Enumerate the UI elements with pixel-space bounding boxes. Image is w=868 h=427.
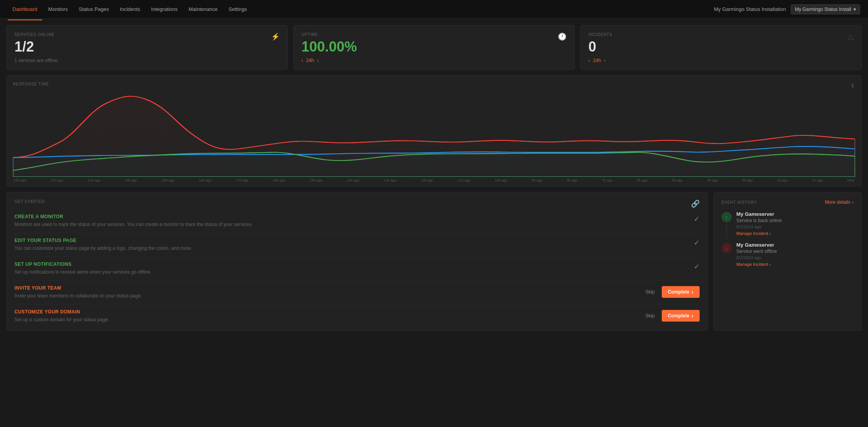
x-label-16: 7h ago — [602, 178, 613, 182]
gs-create-monitor-title: CREATE A MONITOR — [14, 214, 690, 219]
x-label-21: 2h ago — [777, 178, 788, 182]
manage-arrow-icon-1: › — [769, 262, 771, 267]
gs-item-create-monitor: CREATE A MONITOR Monitors are used to tr… — [14, 209, 700, 233]
main-content: SERVICES ONLINE ⚡ 1/2 1 services are off… — [0, 19, 868, 337]
x-label-6: 17h ago — [236, 178, 248, 182]
incidents-label: INCIDENTS — [588, 32, 854, 37]
event-history-title: EVENT HISTORY — [722, 200, 757, 205]
nav-settings[interactable]: Settings — [224, 4, 252, 14]
gs-item-notifications: SET UP NOTIFICATIONS Set up notification… — [14, 257, 700, 281]
gs-edit-status-desc: You can customize your status page by ad… — [14, 245, 690, 252]
gs-edit-status-title: EDIT YOUR STATUS PAGE — [14, 238, 690, 243]
gs-domain-desc: Set up a custom domain for your status p… — [14, 316, 638, 323]
stats-row: SERVICES ONLINE ⚡ 1/2 1 services are off… — [6, 25, 862, 70]
nav-dashboard[interactable]: Dashboard — [8, 4, 42, 14]
response-time-chart-card: RESPONSE TIME ⬆ — [6, 75, 862, 187]
nav-status-pages[interactable]: Status Pages — [74, 4, 113, 14]
event-item-offline: ↓ My Gameserver Service went offline 8/2… — [722, 242, 854, 267]
x-label-18: 5h ago — [672, 178, 683, 182]
navigation: Dashboard Monitors Status Pages Incident… — [0, 0, 868, 19]
manage-arrow-icon-0: › — [769, 231, 771, 236]
rocket-icon: 🔗 — [691, 199, 700, 208]
x-label-9: 14h ago — [347, 178, 360, 182]
event-item-online: ↑ My Gameserver Service is back online 8… — [722, 211, 854, 236]
x-label-20: 3h ago — [742, 178, 753, 182]
uptime-card: UPTIME 🕐 100.00% ‹ 24h › — [293, 25, 575, 70]
uptime-label: UPTIME — [302, 32, 567, 37]
install-selector[interactable]: My Garmingo Status Install ▾ — [791, 4, 860, 14]
gs-invite-team-actions: Skip Complete › — [642, 286, 700, 298]
get-started-card: GET STARTED 🔗 CREATE A MONITOR Monitors … — [6, 192, 708, 331]
x-label-5: 18h ago — [199, 178, 212, 182]
uptime-prev-chevron[interactable]: ‹ — [302, 58, 303, 63]
domain-complete-button[interactable]: Complete › — [662, 310, 700, 322]
gs-notifications-desc: Set up notifications to receive alerts w… — [14, 269, 690, 276]
gs-item-customize-domain: CUSTOMIZE YOUR DOMAIN Set up a custom do… — [14, 304, 700, 323]
event-server-offline: My Gameserver — [736, 242, 854, 248]
installation-label: My Garmingo Status Installation — [714, 6, 786, 12]
incidents-period: 24h — [593, 58, 601, 63]
invite-team-complete-button[interactable]: Complete › — [662, 286, 700, 298]
x-label-7: 16h ago — [273, 178, 286, 182]
gs-create-monitor-desc: Monitors are used to track the status of… — [14, 221, 690, 228]
services-online-label: SERVICES ONLINE — [14, 32, 280, 37]
x-label-8: 15h ago — [310, 178, 323, 182]
gs-domain-title: CUSTOMIZE YOUR DOMAIN — [14, 309, 638, 315]
event-history-card: EVENT HISTORY More details › ↑ My Gamese… — [713, 192, 862, 331]
complete-arrow-icon: › — [691, 289, 693, 295]
incidents-card: INCIDENTS △ 0 ‹ 24h › — [580, 25, 862, 70]
nav-integrations[interactable]: Integrations — [146, 4, 182, 14]
x-label-3: 20h ago — [125, 178, 138, 182]
x-label-13: 10h ago — [495, 178, 508, 182]
chart-x-labels: 23h ago 22h ago 21h ago 20h ago 19h ago … — [13, 178, 855, 182]
event-manage-offline[interactable]: Manage Incident › — [736, 262, 854, 267]
x-label-4: 19h ago — [162, 178, 175, 182]
alert-icon: △ — [848, 32, 854, 41]
x-label-1: 22h ago — [51, 178, 64, 182]
event-time-online: 8/2/2024 ago — [736, 224, 854, 229]
gs-notifications-check: ✓ — [694, 262, 700, 271]
x-label-17: 6h ago — [637, 178, 648, 182]
event-history-more[interactable]: More details › — [825, 199, 854, 205]
gs-notifications-title: SET UP NOTIFICATIONS — [14, 262, 690, 267]
nav-monitors[interactable]: Monitors — [44, 4, 73, 14]
gs-invite-team-title: INVITE YOUR TEAM — [14, 285, 638, 291]
invite-team-skip-button[interactable]: Skip — [642, 288, 657, 296]
nav-incidents[interactable]: Incidents — [115, 4, 145, 14]
x-label-22: 1h ago — [812, 178, 823, 182]
incidents-prev-chevron[interactable]: ‹ — [588, 58, 590, 63]
incidents-time-nav: ‹ 24h › — [588, 58, 854, 63]
event-dot-offline: ↓ — [722, 243, 732, 253]
bottom-row: GET STARTED 🔗 CREATE A MONITOR Monitors … — [6, 192, 862, 331]
x-label-14: 9h ago — [532, 178, 543, 182]
activity-icon: ⚡ — [271, 32, 280, 41]
services-online-value: 1/2 — [14, 40, 280, 54]
uptime-time-nav: ‹ 24h › — [302, 58, 567, 63]
clock-icon: 🕐 — [558, 32, 566, 41]
x-label-19: 4h ago — [707, 178, 718, 182]
gs-item-invite-team: INVITE YOUR TEAM Invite your team member… — [14, 281, 700, 304]
event-server-online: My Gameserver — [736, 211, 854, 217]
uptime-next-chevron[interactable]: › — [317, 58, 319, 63]
event-status-online: Service is back online — [736, 218, 854, 223]
event-history-header: EVENT HISTORY More details › — [722, 199, 854, 205]
event-manage-online[interactable]: Manage Incident › — [736, 231, 854, 236]
x-label-12: 11h ago — [458, 178, 471, 182]
services-online-card: SERVICES ONLINE ⚡ 1/2 1 services are off… — [6, 25, 288, 70]
gs-item-edit-status: EDIT YOUR STATUS PAGE You can customize … — [14, 233, 700, 257]
event-time-offline: 8/2/2024 ago — [736, 255, 854, 260]
gs-edit-status-check: ✓ — [694, 238, 700, 247]
event-dot-online: ↑ — [722, 212, 732, 222]
uptime-period: 24h — [306, 58, 314, 63]
gs-domain-actions: Skip Complete › — [642, 310, 700, 322]
x-label-10: 13h ago — [384, 178, 396, 182]
chevron-down-icon: ▾ — [854, 7, 856, 12]
x-label-15: 8h ago — [567, 178, 578, 182]
export-icon[interactable]: ⬆ — [850, 82, 855, 89]
chart-area — [13, 91, 855, 177]
domain-skip-button[interactable]: Skip — [642, 311, 657, 320]
nav-maintenance[interactable]: Maintenance — [184, 4, 222, 14]
event-status-offline: Service went offline — [736, 249, 854, 254]
incidents-value: 0 — [588, 40, 854, 54]
incidents-next-chevron[interactable]: › — [604, 58, 605, 63]
